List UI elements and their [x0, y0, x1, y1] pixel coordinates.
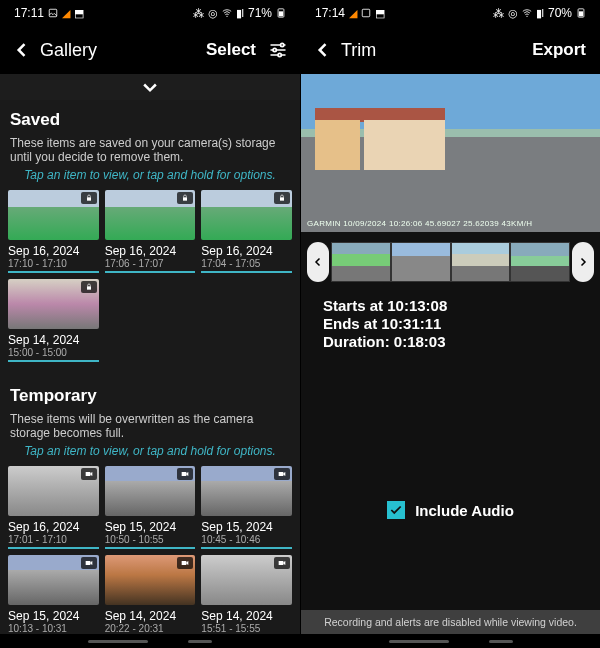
- ends-label: Ends at: [323, 315, 381, 332]
- thumbnail: [201, 190, 292, 240]
- tune-icon: [268, 40, 288, 60]
- nav-bar: [0, 634, 300, 648]
- list-item[interactable]: Sep 16, 2024 17:04 - 17:05: [201, 190, 292, 273]
- nav-bar: [301, 634, 600, 648]
- item-date: Sep 16, 2024: [8, 244, 99, 258]
- svg-rect-14: [85, 561, 90, 565]
- video-icon: [177, 468, 193, 480]
- building-decoration: [315, 120, 445, 170]
- home-button[interactable]: [489, 640, 513, 643]
- export-button[interactable]: Export: [532, 40, 586, 60]
- select-button[interactable]: Select: [206, 40, 256, 60]
- signal-icon: ▮l: [236, 7, 244, 20]
- list-item[interactable]: Sep 15, 2024 10:50 - 10:55: [105, 466, 196, 549]
- filter-button[interactable]: [266, 38, 290, 62]
- recents-button[interactable]: [88, 640, 148, 643]
- item-time: 17:04 - 17:05: [201, 258, 292, 273]
- back-button[interactable]: [10, 38, 34, 62]
- video-icon: [274, 557, 290, 569]
- frame: [391, 242, 451, 282]
- item-date: Sep 15, 2024: [105, 520, 196, 534]
- item-time: 15:00 - 15:00: [8, 347, 99, 362]
- trim-info: Starts at 10:13:08 Ends at 10:31:11 Dura…: [301, 296, 600, 351]
- notif-icon-2: ⬒: [375, 7, 385, 20]
- bluetooth-icon: ⁂: [193, 7, 204, 20]
- list-item[interactable]: Sep 15, 2024 10:13 - 10:31: [8, 555, 99, 634]
- video-watermark: GARMIN 10/09/2024 10:26:06 45.69027 25.6…: [307, 219, 532, 228]
- saved-desc: These items are saved on your camera(s) …: [0, 136, 300, 168]
- svg-rect-10: [87, 286, 91, 289]
- list-item[interactable]: Sep 16, 2024 17:06 - 17:07: [105, 190, 196, 273]
- video-preview[interactable]: GARMIN 10/09/2024 10:26:06 45.69027 25.6…: [301, 74, 600, 232]
- strip-prev-button[interactable]: [307, 242, 329, 282]
- ends-value: 10:31:11: [381, 315, 441, 332]
- temp-desc: These items will be overwritten as the c…: [0, 412, 300, 444]
- battery-icon: [576, 8, 586, 18]
- thumbnail: [8, 279, 99, 329]
- collapse-row[interactable]: [0, 74, 300, 100]
- page-title: Gallery: [40, 40, 206, 61]
- list-item[interactable]: Sep 14, 2024 15:00 - 15:00: [8, 279, 99, 362]
- svg-point-5: [273, 48, 276, 51]
- frame: [510, 242, 570, 282]
- item-time: 10:45 - 10:46: [201, 534, 292, 549]
- list-item[interactable]: Sep 15, 2024 10:45 - 10:46: [201, 466, 292, 549]
- lock-icon: [81, 281, 97, 293]
- item-date: Sep 14, 2024: [8, 333, 99, 347]
- thumbnail: [201, 466, 292, 516]
- video-icon: [177, 557, 193, 569]
- lock-icon: [274, 192, 290, 204]
- include-audio-row[interactable]: Include Audio: [301, 501, 600, 519]
- status-bar: 17:14 ◢ ⬒ ⁂ ◎ ▮l 70%: [301, 0, 600, 26]
- item-time: 17:06 - 17:07: [105, 258, 196, 273]
- recents-button[interactable]: [389, 640, 449, 643]
- timeline-frames[interactable]: [331, 242, 570, 282]
- svg-rect-11: [85, 472, 90, 476]
- item-date: Sep 16, 2024: [201, 244, 292, 258]
- battery-icon: [276, 8, 286, 18]
- wifi-icon: [522, 8, 532, 18]
- thumbnail: [105, 466, 196, 516]
- trim-screen: 17:14 ◢ ⬒ ⁂ ◎ ▮l 70% Trim Export GARMIN …: [300, 0, 600, 648]
- image-icon: [361, 8, 371, 18]
- wifi-icon: [222, 8, 232, 18]
- item-time: 20:22 - 20:31: [105, 623, 196, 634]
- gallery-appbar: Gallery Select: [0, 26, 300, 74]
- temp-grid: Sep 16, 2024 17:01 - 17:10 Sep 15, 2024 …: [0, 466, 300, 634]
- home-button[interactable]: [188, 640, 212, 643]
- duration-value: 0:18:03: [394, 333, 446, 350]
- thumbnail: [105, 555, 196, 605]
- page-title: Trim: [341, 40, 532, 61]
- strip-next-button[interactable]: [572, 242, 594, 282]
- list-item[interactable]: Sep 16, 2024 17:01 - 17:10: [8, 466, 99, 549]
- saved-tip: Tap an item to view, or tap and hold for…: [0, 168, 300, 190]
- gallery-screen: 17:11 ◢ ⬒ ⁂ ◎ ▮l 71% Gallery Select Save…: [0, 0, 300, 648]
- chevron-left-icon: [313, 40, 333, 60]
- list-item[interactable]: Sep 14, 2024 15:51 - 15:55: [201, 555, 292, 634]
- svg-rect-7: [87, 197, 91, 200]
- duration-label: Duration:: [323, 333, 394, 350]
- svg-rect-12: [182, 472, 187, 476]
- back-button[interactable]: [311, 38, 335, 62]
- battery-pct: 70%: [548, 6, 572, 20]
- include-audio-checkbox[interactable]: [387, 501, 405, 519]
- item-date: Sep 15, 2024: [201, 520, 292, 534]
- item-time: 10:50 - 10:55: [105, 534, 196, 549]
- list-item[interactable]: Sep 14, 2024 20:22 - 20:31: [105, 555, 196, 634]
- svg-rect-13: [279, 472, 284, 476]
- saved-grid: Sep 16, 2024 17:10 - 17:10 Sep 16, 2024 …: [0, 190, 300, 376]
- list-item[interactable]: Sep 16, 2024 17:10 - 17:10: [8, 190, 99, 273]
- item-time: 17:01 - 17:10: [8, 534, 99, 549]
- item-time: 10:13 - 10:31: [8, 623, 99, 634]
- chevron-right-icon: [577, 256, 589, 268]
- item-time: 15:51 - 15:55: [201, 623, 292, 634]
- temp-tip: Tap an item to view, or tap and hold for…: [0, 444, 300, 466]
- item-date: Sep 15, 2024: [8, 609, 99, 623]
- image-icon: [48, 8, 58, 18]
- svg-rect-8: [183, 197, 187, 200]
- bluetooth-icon: ⁂: [493, 7, 504, 20]
- recording-disabled-banner: Recording and alerts are disabled while …: [301, 610, 600, 634]
- svg-point-18: [526, 16, 527, 17]
- lock-icon: [81, 192, 97, 204]
- battery-pct: 71%: [248, 6, 272, 20]
